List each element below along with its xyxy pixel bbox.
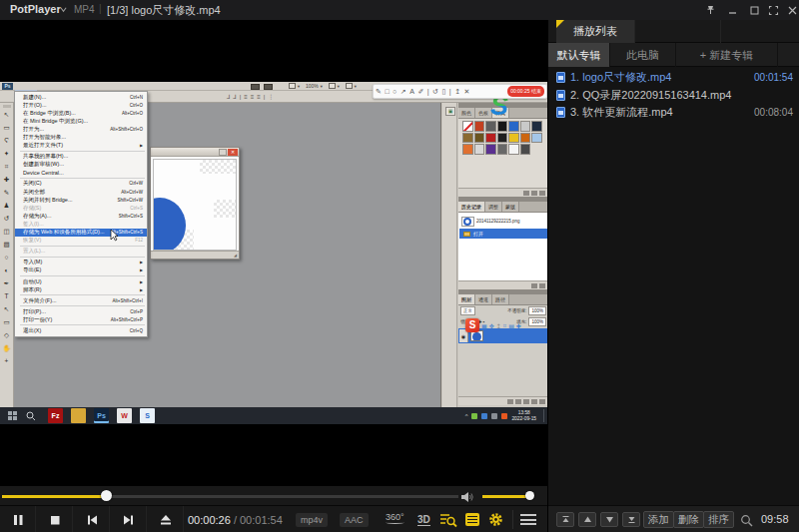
playlist-header: 播放列表 xyxy=(548,20,799,43)
style-swatch xyxy=(508,121,519,132)
history-snapshot-row: 20141129222215.png xyxy=(459,215,547,228)
sort-button[interactable]: 排序 xyxy=(703,511,734,528)
recorder-tool-icon: ↺ xyxy=(432,85,438,98)
file-menu-item: 存储为 Web 和设备所用格式(D)...Alt+Shift+Ctrl+S xyxy=(15,229,147,237)
move-bottom-button[interactable] xyxy=(622,512,640,527)
style-swatch xyxy=(508,144,519,155)
recorder-s-logo: S xyxy=(465,318,479,332)
tab-playlist[interactable]: 播放列表 xyxy=(556,20,634,43)
file-menu-item: 自动(U) xyxy=(15,277,147,285)
seek-row xyxy=(0,486,547,505)
volume-handle[interactable] xyxy=(525,491,534,500)
delete-button[interactable]: 删除 xyxy=(673,511,704,528)
file-menu-item: 打印(P)...Ctrl+P xyxy=(15,307,147,315)
file-menu-item: 恢复(V)F12 xyxy=(15,237,147,245)
move-top-button[interactable] xyxy=(556,512,574,527)
option-icon: | xyxy=(264,93,266,101)
style-swatch xyxy=(497,121,508,132)
dock-icon-strip: ▣ xyxy=(442,103,457,407)
move-down-button[interactable] xyxy=(600,512,618,527)
recorder-time-badge: 00:00:25 结束 xyxy=(507,86,544,97)
seek-bar[interactable] xyxy=(2,495,458,498)
titlebar[interactable]: PotPlayer MP4 | [1/3] logo尺寸修改.mp4 xyxy=(0,0,799,20)
recorder-tool-icon: A xyxy=(409,85,414,98)
mini-bridge-icon xyxy=(264,84,273,90)
style-swatch xyxy=(474,144,485,155)
file-menu-item: 新建(N)...Ctrl+N xyxy=(15,93,147,101)
volume-bar[interactable] xyxy=(482,495,530,498)
app-menu-button[interactable]: PotPlayer xyxy=(10,3,61,15)
previous-button[interactable] xyxy=(74,506,110,532)
style-swatch xyxy=(485,144,496,155)
style-swatch xyxy=(462,144,473,155)
video-codec-badge[interactable]: mp4v xyxy=(296,513,328,527)
minimize-button[interactable] xyxy=(724,3,740,17)
eject-button[interactable] xyxy=(148,506,184,532)
3d-button[interactable]: 3D xyxy=(417,514,430,526)
playlist-subtab[interactable]: 此电脑 xyxy=(610,43,676,67)
taskbar-app-icon xyxy=(71,408,86,423)
layers-panel-footer xyxy=(458,396,547,405)
ps-tool-icon: ↖ xyxy=(4,303,9,316)
playlist-search-button[interactable] xyxy=(439,512,457,528)
clock: 09:58 xyxy=(761,513,789,525)
fill-value: 100% xyxy=(528,317,546,326)
media-file-icon xyxy=(556,107,565,118)
vr-360-button[interactable]: 360° xyxy=(386,512,404,524)
file-menu-item: 最近打开文件(T) xyxy=(15,142,147,150)
recorder-tool-icon: ✐ xyxy=(417,85,423,98)
playlist-search-icon[interactable] xyxy=(740,514,753,527)
ps-tool-icon: Ϛ xyxy=(4,135,9,148)
taskbar-clock: 13:582022-09-15 xyxy=(511,410,536,422)
ps-tool-icon: ◫ xyxy=(3,226,9,239)
add-button[interactable]: 添加 xyxy=(643,511,674,528)
option-icon: ≡ xyxy=(257,93,261,101)
playlist-panel: 播放列表 默认专辑此电脑+ 新建专辑 1. logo尺寸修改.mp4 00:01… xyxy=(547,20,799,532)
file-menu-item: 在 Mini Bridge 中浏览(G)... xyxy=(15,117,147,125)
file-menu-item: 签入(I)... xyxy=(15,220,147,228)
ps-tool-icon: ↺ xyxy=(4,213,9,226)
seek-handle[interactable] xyxy=(101,490,112,501)
playlist-item[interactable]: 2. QQ录屏20220915163414.mp4 xyxy=(548,87,799,105)
playlist-item[interactable]: 1. logo尺寸修改.mp4 00:01:54 xyxy=(548,69,799,87)
pause-button[interactable] xyxy=(0,506,36,532)
volume-icon[interactable] xyxy=(460,491,474,503)
playlist-subtab[interactable]: 默认专辑 xyxy=(548,43,610,67)
ps-tool-icon: ♟ xyxy=(4,200,10,213)
start-button-icon xyxy=(5,409,19,422)
blend-mode-select: 正常 xyxy=(460,306,475,315)
style-swatch xyxy=(462,133,473,144)
file-menu-item: 存储为(A)...Shift+Ctrl+S xyxy=(15,212,147,220)
ps-tool-icon: ✋ xyxy=(2,342,10,355)
ps-tool-icon: ▭ xyxy=(3,316,9,329)
file-menu-item: 打开为...Alt+Shift+Ctrl+O xyxy=(15,125,147,133)
window-title: [1/3] logo尺寸修改.mp4 xyxy=(107,3,221,18)
close-button[interactable] xyxy=(784,3,799,17)
file-menu-item: 关闭全部Alt+Ctrl+W xyxy=(15,188,147,196)
style-swatch xyxy=(508,133,519,144)
doc-canvas xyxy=(153,159,237,251)
file-menu-item: 脚本(R) xyxy=(15,285,147,293)
recorder-mini-toolbar: S ▦✥↥⌗▤✚ xyxy=(465,318,521,332)
maximize-button[interactable] xyxy=(746,3,762,17)
pin-button[interactable] xyxy=(702,3,718,17)
ps-tool-icon: ↖ xyxy=(4,109,9,122)
subtitle-button[interactable] xyxy=(465,513,479,526)
playlist-subtab[interactable]: + 新建专辑 xyxy=(676,43,778,67)
ps-tool-icon: ▭ xyxy=(3,122,9,135)
video-frame-photoshop: Ps 文件(F)编辑(E)图像(I)图层(L)选择(S)滤镜(T)分析(A)3D… xyxy=(0,82,547,424)
audio-codec-badge[interactable]: AAC xyxy=(340,513,369,527)
video-surface[interactable]: Ps 文件(F)编辑(E)图像(I)图层(L)选择(S)滤镜(T)分析(A)3D… xyxy=(0,20,547,486)
menu-button[interactable] xyxy=(520,514,536,525)
fullscreen-button[interactable] xyxy=(765,3,781,17)
mouse-cursor xyxy=(110,230,119,242)
file-menu-item: 关闭(C)Ctrl+W xyxy=(15,180,147,188)
playlist-item[interactable]: 3. 软件更新流程.mp4 00:08:04 xyxy=(548,104,799,122)
file-menu-item: 退出(X)Ctrl+Q xyxy=(15,326,147,334)
move-up-button[interactable] xyxy=(578,512,596,527)
option-icon: ⅃ xyxy=(227,93,230,101)
next-button[interactable] xyxy=(111,506,147,532)
stop-button[interactable] xyxy=(37,506,73,532)
settings-gear-icon[interactable] xyxy=(487,511,504,528)
media-file-icon xyxy=(556,90,565,101)
